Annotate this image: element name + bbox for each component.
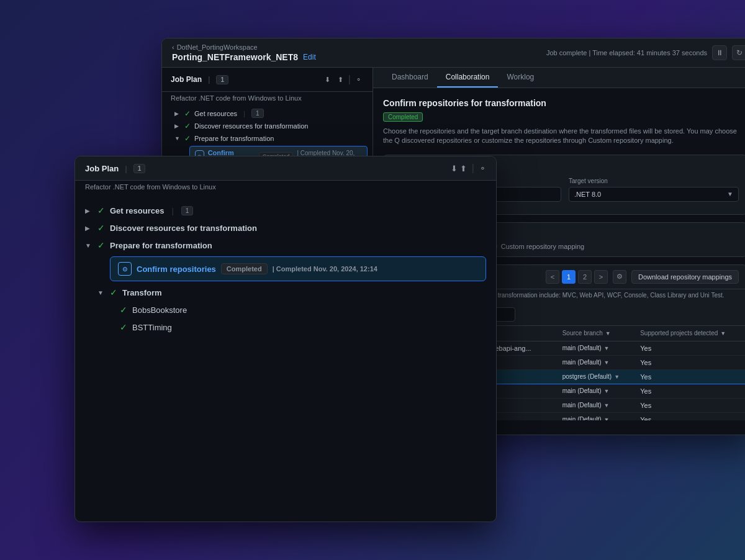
- panel-title: Job Plan | 1: [171, 75, 228, 84]
- check-icon: ✓: [184, 109, 191, 118]
- supported: Yes: [635, 398, 745, 412]
- target-version-group: Target version .NET 8.0 ▼: [569, 178, 739, 202]
- job-status-text: Job complete | Time elapsed: 41 minutes …: [546, 49, 707, 56]
- item-label: BobsBookstore: [132, 305, 187, 315]
- expand-icon: ▶: [174, 123, 181, 129]
- front-item-transform[interactable]: ▼ ✓ Transform: [85, 284, 486, 301]
- workspace-name: DotNet_PortingWorkspace: [177, 43, 258, 51]
- separator: |: [125, 164, 127, 173]
- tab-worklog[interactable]: Worklog: [498, 68, 543, 88]
- branch-arrow-icon: ▼: [604, 345, 610, 351]
- collapse-all-front-btn[interactable]: ⬇: [451, 164, 458, 173]
- check-icon: ✓: [97, 205, 105, 215]
- branch-arrow-icon: ▼: [604, 359, 610, 366]
- expand-icon: ▼: [85, 242, 93, 249]
- branch-filter-icon[interactable]: ▼: [605, 330, 611, 336]
- filter-front-btn[interactable]: ⚬: [479, 164, 486, 173]
- item-label: Get resources: [110, 206, 164, 215]
- tabs-bar: Dashboard Collaboration Worklog: [373, 68, 745, 88]
- check-icon: ✓: [184, 134, 191, 143]
- page-1-btn[interactable]: 1: [562, 270, 576, 284]
- timestamp: | Completed Nov. 20, 2024, 12:14: [273, 265, 377, 273]
- tab-collaboration[interactable]: Collaboration: [437, 68, 499, 88]
- back-arrow: ‹: [172, 43, 174, 51]
- tree-item-prepare[interactable]: ▼ ✓ Prepare for transformation: [162, 132, 372, 145]
- branch-arrow-icon: ▼: [604, 417, 610, 420]
- supported: Yes: [635, 355, 745, 369]
- project-title: Porting_NETFramework_NET8: [172, 52, 298, 62]
- item-label: Transform: [122, 288, 162, 297]
- supported: Yes: [635, 341, 745, 355]
- tree-item-discover[interactable]: ▶ ✓ Discover resources for transformatio…: [162, 120, 372, 132]
- panel-header: Job Plan | 1 ⬇ ⬆ | ⚬: [162, 68, 372, 92]
- front-window: Job Plan | 1 ⬇ ⬆ | ⚬ Refactor .NET code …: [74, 156, 497, 522]
- supported: Yes: [635, 412, 745, 420]
- branch-arrow-icon: ▼: [604, 388, 610, 394]
- th-source-branch: Source branch▼: [558, 326, 636, 341]
- check-icon: ✓: [110, 287, 117, 297]
- front-item-discover[interactable]: ▶ ✓ Discover resources for transformatio…: [85, 219, 486, 237]
- edit-link[interactable]: Edit: [303, 53, 316, 61]
- front-item-confirm-repos[interactable]: ⊙ Confirm repositories Completed | Compl…: [110, 256, 486, 281]
- check-icon: ✓: [120, 305, 127, 315]
- item-label: Prepare for transformation: [194, 135, 274, 142]
- supported-filter-icon[interactable]: ▼: [720, 330, 726, 336]
- download-mappings-btn[interactable]: Download repository mappings: [631, 270, 739, 284]
- collapse-all-btn[interactable]: ⬇: [322, 75, 333, 85]
- check-icon: ✓: [97, 223, 105, 233]
- page-2-btn[interactable]: 2: [578, 270, 592, 284]
- tree-item-get-resources[interactable]: ▶ ✓ Get resources | 1: [162, 107, 372, 120]
- source-branch: main (Default)▼: [558, 341, 636, 355]
- supported: Yes: [635, 384, 745, 398]
- th-supported: Supported projects detected▼: [635, 326, 745, 341]
- completed-badge: Completed: [221, 263, 268, 274]
- radio-custom-mapping[interactable]: Custom repository mapping: [490, 243, 585, 250]
- front-title-group: Job Plan | 1: [85, 164, 145, 173]
- front-item-bobs[interactable]: ✓ BobsBookstore: [85, 301, 486, 318]
- plan-subtitle: Refactor .NET code from Windows to Linux: [162, 92, 372, 107]
- prev-page-btn[interactable]: <: [546, 270, 559, 284]
- repo-header-actions: < 1 2 > ⚙ Download repository mappings: [546, 270, 739, 284]
- settings-button[interactable]: ⚙: [613, 270, 626, 284]
- item-label: Discover resources for transformation: [194, 122, 308, 130]
- next-page-btn[interactable]: >: [594, 270, 608, 284]
- job-plan-label: Job Plan: [171, 75, 202, 84]
- front-item-get-resources[interactable]: ▶ ✓ Get resources | 1: [85, 202, 486, 219]
- back-navigation[interactable]: ‹ DotNet_PortingWorkspace: [172, 43, 316, 51]
- check-icon: ✓: [97, 240, 105, 250]
- version-value: .NET 8.0: [574, 191, 601, 198]
- front-item-prepare[interactable]: ▼ ✓ Prepare for transformation: [85, 237, 486, 254]
- check-icon: ✓: [184, 122, 191, 130]
- source-branch: postgres (Default)▼: [558, 369, 636, 384]
- source-branch: main (Default)▼: [558, 412, 636, 420]
- expand-all-btn[interactable]: ⬆: [335, 75, 346, 85]
- target-version-select[interactable]: .NET 8.0 ▼: [569, 187, 739, 202]
- back-titlebar: ‹ DotNet_PortingWorkspace Porting_NETFra…: [162, 38, 745, 68]
- front-item-bst[interactable]: ✓ BSTTiming: [85, 318, 486, 336]
- target-version-label: Target version: [569, 178, 739, 184]
- item-label: Prepare for transformation: [110, 241, 212, 250]
- front-titlebar: Job Plan | 1 ⬇ ⬆ | ⚬: [75, 156, 496, 181]
- separator: |: [208, 75, 210, 84]
- item-label: Get resources: [194, 110, 237, 117]
- expand-icon: ▼: [174, 135, 181, 142]
- item-label: Discover resources for transformation: [110, 224, 257, 233]
- pause-button[interactable]: ⏸: [712, 45, 727, 60]
- refresh-button[interactable]: ↻: [732, 45, 745, 60]
- tab-dashboard[interactable]: Dashboard: [383, 68, 437, 88]
- branch-arrow-icon: ▼: [614, 374, 620, 380]
- supported: Yes: [635, 369, 745, 384]
- job-status: Job complete | Time elapsed: 41 minutes …: [546, 45, 745, 60]
- front-job-plan-label: Job Plan: [85, 164, 119, 173]
- filter-btn[interactable]: ⚬: [353, 75, 364, 85]
- expand-all-front-btn[interactable]: ⬆: [460, 164, 467, 173]
- separator: |: [472, 163, 474, 174]
- item-label: Confirm repositories: [137, 264, 216, 274]
- status-badge: Completed: [383, 112, 423, 122]
- expand-icon: ▶: [174, 111, 181, 117]
- expand-icon: ▶: [85, 207, 93, 214]
- item-label: BSTTiming: [132, 323, 172, 332]
- count: 1: [251, 109, 264, 118]
- radio-label: Custom repository mapping: [501, 243, 585, 250]
- front-subtitle: Refactor .NET code from Windows to Linux: [75, 181, 496, 196]
